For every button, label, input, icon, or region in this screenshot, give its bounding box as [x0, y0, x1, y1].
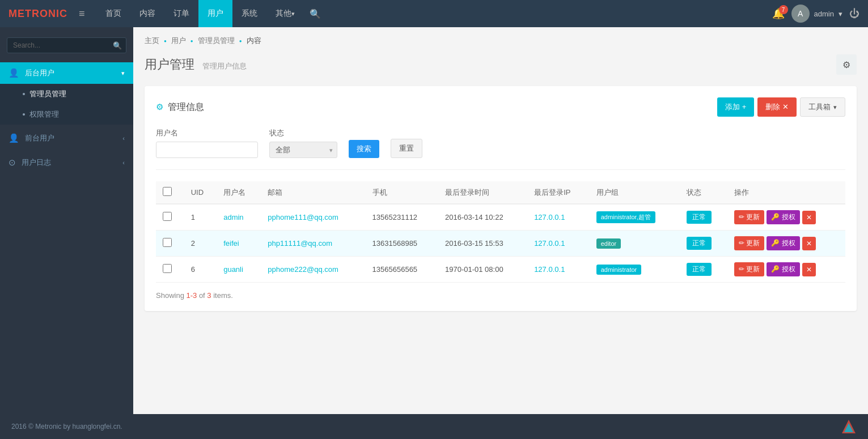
col-last-login: 最后登录时间 [438, 181, 527, 204]
table-footer: Showing 1-3 of 3 items. [156, 291, 845, 300]
row3-phone: 13565656565 [366, 257, 438, 283]
breadcrumb: 主页 ● 用户 ● 管理员管理 ● 内容 [145, 36, 857, 46]
breadcrumb-sep-3: ● [239, 39, 242, 44]
row1-group-badge: administrator,超管 [596, 211, 655, 223]
row2-edit-button[interactable]: ✏ 更新 [734, 236, 764, 250]
brand-part2: NIC [48, 8, 67, 19]
status-filter-group: 状态 全部正常禁用 ▾ [269, 128, 337, 158]
users-table: UID 用户名 邮箱 手机 最后登录时间 最后登录IP 用户组 状态 操作 [156, 181, 845, 283]
row2-checkbox[interactable] [163, 238, 172, 247]
row1-edit-button[interactable]: ✏ 更新 [734, 210, 764, 224]
row2-last-login: 2016-03-15 15:53 [438, 231, 527, 257]
col-last-ip: 最后登录IP [527, 181, 590, 204]
notification-bell[interactable]: 🔔 7 [772, 7, 785, 20]
user-avatar: A [791, 5, 810, 23]
row1-delete-button[interactable]: ✕ [802, 211, 816, 224]
row3-group: administrator [590, 257, 680, 283]
user-log-icon: ⊙ [9, 157, 16, 168]
user-menu[interactable]: A admin ▾ [791, 5, 842, 23]
row2-delete-button[interactable]: ✕ [802, 237, 816, 250]
sidebar-search-input[interactable] [7, 37, 126, 53]
search-button[interactable]: 搜索 [349, 140, 379, 158]
sidebar-item-backend-users[interactable]: 👤 后台用户 ▾ [0, 62, 133, 84]
showing-range: 1-3 [186, 291, 197, 300]
sidebar-search-icon: 🔍 [113, 41, 122, 50]
navbar-search-button[interactable]: 🔍 [304, 8, 327, 19]
row1-email-link[interactable]: pphome111@qq.com [268, 213, 338, 221]
row3-last-ip: 127.0.0.1 [527, 257, 590, 283]
backend-users-label: 后台用户 [25, 68, 116, 78]
sidebar-toggle-button[interactable]: ≡ [79, 8, 85, 20]
row2-status-badge: 正常 [687, 237, 712, 250]
showing-mid: of [197, 291, 207, 300]
username-filter-input[interactable] [156, 142, 258, 158]
nav-item-home[interactable]: 首页 [96, 0, 130, 27]
row1-actions-cell: ✏ 更新 🔑 授权 ✕ [734, 210, 839, 224]
showing-prefix: Showing [156, 291, 186, 300]
row1-last-ip: 127.0.0.1 [527, 204, 590, 231]
showing-total: 3 [207, 291, 211, 300]
breadcrumb-home[interactable]: 主页 [145, 36, 159, 46]
col-uid: UID [184, 181, 217, 204]
row1-username-link[interactable]: admin [223, 213, 243, 221]
row3-checkbox-cell [156, 257, 184, 283]
row3-ip-link[interactable]: 127.0.0.1 [534, 265, 565, 274]
breadcrumb-admin-management[interactable]: 管理员管理 [198, 36, 235, 46]
notification-count: 7 [779, 5, 788, 14]
layout: 🔍 👤 后台用户 ▾ 管理员管理 权限管理 👤 前台用 [0, 27, 868, 439]
row3-status: 正常 [680, 257, 727, 283]
row3-delete-button[interactable]: ✕ [802, 263, 816, 276]
select-all-checkbox[interactable] [163, 187, 172, 196]
delete-button[interactable]: 删除 ✕ [757, 97, 797, 117]
sidebar-item-user-log[interactable]: ⊙ 用户日志 ‹ [0, 152, 133, 173]
row2-ip-link[interactable]: 127.0.0.1 [534, 239, 565, 248]
logout-button[interactable]: ⏻ [849, 8, 859, 20]
row1-group: administrator,超管 [590, 204, 680, 231]
tools-button[interactable]: 工具箱 [800, 97, 845, 117]
sidebar-item-frontend-users[interactable]: 👤 前台用户 ‹ [0, 127, 133, 149]
col-phone: 手机 [366, 181, 438, 204]
page-settings-button[interactable]: ⚙ [836, 54, 857, 75]
row3-edit-button[interactable]: ✏ 更新 [734, 262, 764, 276]
row1-email: pphome111@qq.com [261, 204, 365, 231]
row3-username-link[interactable]: guanli [223, 265, 243, 274]
nav-item-content[interactable]: 内容 [130, 0, 164, 27]
row3-checkbox[interactable] [163, 264, 172, 273]
nav-item-other[interactable]: 其他 [266, 0, 304, 27]
username-label: admin [814, 10, 834, 18]
sidebar-item-permission-management[interactable]: 权限管理 [0, 104, 133, 125]
nav-item-system[interactable]: 系统 [232, 0, 266, 27]
row2-username-link[interactable]: feifei [223, 239, 239, 248]
sidebar-section-user-log: ⊙ 用户日志 ‹ [0, 152, 133, 173]
row2-username: feifei [217, 231, 261, 257]
nav-item-orders[interactable]: 订单 [164, 0, 198, 27]
row3-group-badge: administrator [596, 265, 642, 275]
user-log-label: 用户日志 [22, 157, 117, 168]
status-filter-select[interactable]: 全部正常禁用 [269, 142, 337, 158]
row1-checkbox[interactable] [163, 212, 172, 221]
row3-uid: 6 [184, 257, 217, 283]
row1-ip-link[interactable]: 127.0.0.1 [534, 213, 565, 221]
footer-logo-icon [841, 419, 857, 434]
username-filter-group: 用户名 [156, 128, 258, 158]
col-actions: 操作 [727, 181, 845, 204]
row2-auth-button[interactable]: 🔑 授权 [767, 236, 799, 250]
row1-status: 正常 [680, 204, 727, 231]
row3-email-link[interactable]: pphome222@qq.com [268, 265, 338, 274]
sidebar-item-admin-management[interactable]: 管理员管理 [0, 84, 133, 104]
card-title-text: 管理信息 [168, 101, 204, 113]
footer-text: 2016 © Metronic by huanglongfei.cn. [11, 423, 122, 431]
row1-status-badge: 正常 [687, 211, 712, 224]
row1-auth-button[interactable]: 🔑 授权 [767, 210, 799, 224]
add-button[interactable]: 添加 + [717, 97, 754, 117]
nav-item-users[interactable]: 用户 [198, 0, 232, 27]
frontend-users-arrow: ‹ [122, 135, 125, 142]
reset-button[interactable]: 重置 [391, 139, 422, 158]
row1-actions: ✏ 更新 🔑 授权 ✕ [727, 204, 845, 231]
row1-checkbox-cell [156, 204, 184, 231]
row3-auth-button[interactable]: 🔑 授权 [767, 262, 799, 276]
breadcrumb-users[interactable]: 用户 [171, 36, 186, 46]
main-content: 主页 ● 用户 ● 管理员管理 ● 内容 用户管理 管理用户信息 ⚙ ⚙ 管理信… [133, 27, 868, 439]
table-row: 2 feifei php11111@qq.com 13631568985 201… [156, 231, 845, 257]
row2-email-link[interactable]: php11111@qq.com [268, 239, 332, 248]
